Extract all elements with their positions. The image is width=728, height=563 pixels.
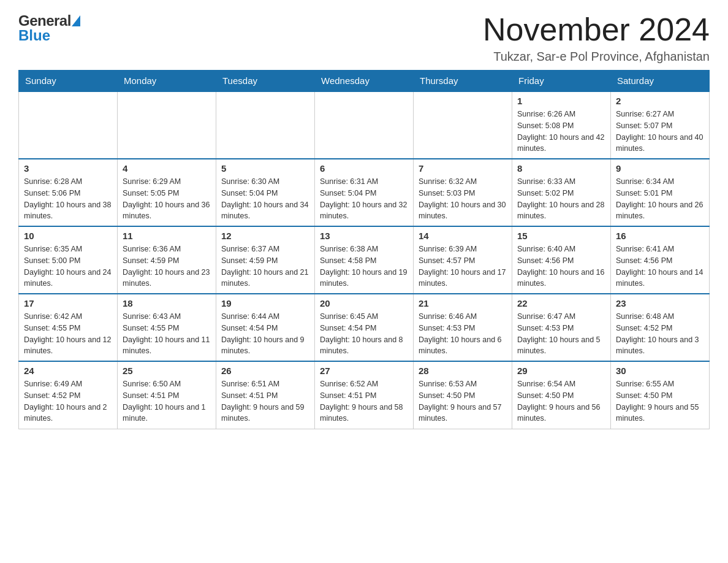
day-info: Sunrise: 6:37 AMSunset: 4:59 PMDaylight:…	[221, 243, 309, 289]
calendar-header-friday: Friday	[512, 71, 611, 92]
day-info: Sunrise: 6:33 AMSunset: 5:02 PMDaylight:…	[517, 176, 605, 222]
day-info: Sunrise: 6:43 AMSunset: 4:55 PMDaylight:…	[123, 311, 211, 357]
calendar-day-cell: 15Sunrise: 6:40 AMSunset: 4:56 PMDayligh…	[512, 226, 611, 294]
day-info: Sunrise: 6:47 AMSunset: 4:53 PMDaylight:…	[517, 311, 605, 357]
day-number: 17	[24, 298, 112, 308]
calendar-day-cell	[118, 91, 216, 159]
day-number: 26	[221, 366, 309, 376]
day-number: 20	[320, 298, 408, 308]
day-number: 6	[320, 163, 408, 174]
calendar-day-cell: 4Sunrise: 6:29 AMSunset: 5:05 PMDaylight…	[118, 159, 216, 226]
calendar-day-cell: 9Sunrise: 6:34 AMSunset: 5:01 PMDaylight…	[611, 159, 710, 226]
day-number: 1	[517, 96, 605, 106]
day-info: Sunrise: 6:28 AMSunset: 5:06 PMDaylight:…	[24, 176, 112, 222]
day-number: 27	[320, 366, 408, 376]
day-info: Sunrise: 6:45 AMSunset: 4:54 PMDaylight:…	[320, 311, 408, 357]
calendar-day-cell: 1Sunrise: 6:26 AMSunset: 5:08 PMDaylight…	[512, 91, 611, 159]
day-info: Sunrise: 6:39 AMSunset: 4:57 PMDaylight:…	[419, 243, 507, 289]
day-number: 2	[616, 96, 704, 106]
day-number: 30	[616, 366, 704, 376]
day-number: 7	[419, 163, 507, 174]
day-number: 22	[517, 298, 605, 308]
calendar-day-cell: 8Sunrise: 6:33 AMSunset: 5:02 PMDaylight…	[512, 159, 611, 226]
calendar-day-cell: 27Sunrise: 6:52 AMSunset: 4:51 PMDayligh…	[315, 361, 414, 429]
calendar-day-cell: 12Sunrise: 6:37 AMSunset: 4:59 PMDayligh…	[216, 226, 315, 294]
calendar-day-cell: 14Sunrise: 6:39 AMSunset: 4:57 PMDayligh…	[414, 226, 512, 294]
day-number: 25	[123, 366, 211, 376]
calendar-header-sunday: Sunday	[19, 71, 118, 92]
day-info: Sunrise: 6:55 AMSunset: 4:50 PMDaylight:…	[616, 378, 704, 424]
day-number: 23	[616, 298, 704, 308]
calendar-week-row: 24Sunrise: 6:49 AMSunset: 4:52 PMDayligh…	[19, 361, 710, 429]
day-number: 15	[517, 231, 605, 241]
logo: General Blue	[18, 12, 80, 44]
calendar-header-thursday: Thursday	[414, 71, 512, 92]
day-info: Sunrise: 6:32 AMSunset: 5:03 PMDaylight:…	[419, 176, 507, 222]
day-number: 16	[616, 231, 704, 241]
calendar-day-cell: 19Sunrise: 6:44 AMSunset: 4:54 PMDayligh…	[216, 294, 315, 361]
calendar-day-cell: 20Sunrise: 6:45 AMSunset: 4:54 PMDayligh…	[315, 294, 414, 361]
calendar-header-row: SundayMondayTuesdayWednesdayThursdayFrid…	[19, 71, 710, 92]
calendar-day-cell	[19, 91, 118, 159]
calendar-day-cell: 29Sunrise: 6:54 AMSunset: 4:50 PMDayligh…	[512, 361, 611, 429]
calendar-header-saturday: Saturday	[611, 71, 710, 92]
day-number: 10	[24, 231, 112, 241]
calendar-day-cell: 6Sunrise: 6:31 AMSunset: 5:04 PMDaylight…	[315, 159, 414, 226]
day-info: Sunrise: 6:49 AMSunset: 4:52 PMDaylight:…	[24, 378, 112, 424]
location-subtitle: Tukzar, Sar-e Pol Province, Afghanistan	[483, 50, 710, 64]
day-number: 5	[221, 163, 309, 174]
day-info: Sunrise: 6:42 AMSunset: 4:55 PMDaylight:…	[24, 311, 112, 357]
calendar-day-cell: 7Sunrise: 6:32 AMSunset: 5:03 PMDaylight…	[414, 159, 512, 226]
day-info: Sunrise: 6:54 AMSunset: 4:50 PMDaylight:…	[517, 378, 605, 424]
day-number: 11	[123, 231, 211, 241]
day-number: 8	[517, 163, 605, 174]
day-number: 4	[123, 163, 211, 174]
calendar-day-cell: 16Sunrise: 6:41 AMSunset: 4:56 PMDayligh…	[611, 226, 710, 294]
day-number: 14	[419, 231, 507, 241]
day-info: Sunrise: 6:46 AMSunset: 4:53 PMDaylight:…	[419, 311, 507, 357]
day-number: 24	[24, 366, 112, 376]
day-info: Sunrise: 6:40 AMSunset: 4:56 PMDaylight:…	[517, 243, 605, 289]
calendar-day-cell: 13Sunrise: 6:38 AMSunset: 4:58 PMDayligh…	[315, 226, 414, 294]
calendar-day-cell: 18Sunrise: 6:43 AMSunset: 4:55 PMDayligh…	[118, 294, 216, 361]
day-info: Sunrise: 6:35 AMSunset: 5:00 PMDaylight:…	[24, 243, 112, 289]
calendar-day-cell: 28Sunrise: 6:53 AMSunset: 4:50 PMDayligh…	[414, 361, 512, 429]
calendar-day-cell: 22Sunrise: 6:47 AMSunset: 4:53 PMDayligh…	[512, 294, 611, 361]
calendar-header-tuesday: Tuesday	[216, 71, 315, 92]
day-number: 28	[419, 366, 507, 376]
day-info: Sunrise: 6:50 AMSunset: 4:51 PMDaylight:…	[123, 378, 211, 424]
calendar-week-row: 3Sunrise: 6:28 AMSunset: 5:06 PMDaylight…	[19, 159, 710, 226]
day-number: 18	[123, 298, 211, 308]
day-info: Sunrise: 6:27 AMSunset: 5:07 PMDaylight:…	[616, 109, 704, 155]
calendar-day-cell: 21Sunrise: 6:46 AMSunset: 4:53 PMDayligh…	[414, 294, 512, 361]
day-info: Sunrise: 6:51 AMSunset: 4:51 PMDaylight:…	[221, 378, 309, 424]
calendar-day-cell: 5Sunrise: 6:30 AMSunset: 5:04 PMDaylight…	[216, 159, 315, 226]
month-year-title: November 2024	[483, 12, 710, 47]
calendar-day-cell: 24Sunrise: 6:49 AMSunset: 4:52 PMDayligh…	[19, 361, 118, 429]
calendar-week-row: 1Sunrise: 6:26 AMSunset: 5:08 PMDaylight…	[19, 91, 710, 159]
calendar-day-cell: 3Sunrise: 6:28 AMSunset: 5:06 PMDaylight…	[19, 159, 118, 226]
calendar-table: SundayMondayTuesdayWednesdayThursdayFrid…	[18, 70, 710, 429]
day-info: Sunrise: 6:38 AMSunset: 4:58 PMDaylight:…	[320, 243, 408, 289]
day-info: Sunrise: 6:34 AMSunset: 5:01 PMDaylight:…	[616, 176, 704, 222]
calendar-day-cell: 26Sunrise: 6:51 AMSunset: 4:51 PMDayligh…	[216, 361, 315, 429]
calendar-day-cell: 25Sunrise: 6:50 AMSunset: 4:51 PMDayligh…	[118, 361, 216, 429]
day-number: 12	[221, 231, 309, 241]
title-block: November 2024 Tukzar, Sar-e Pol Province…	[483, 12, 710, 64]
calendar-week-row: 17Sunrise: 6:42 AMSunset: 4:55 PMDayligh…	[19, 294, 710, 361]
calendar-day-cell	[315, 91, 414, 159]
calendar-day-cell: 11Sunrise: 6:36 AMSunset: 4:59 PMDayligh…	[118, 226, 216, 294]
logo-arrow-icon	[72, 15, 80, 26]
day-info: Sunrise: 6:48 AMSunset: 4:52 PMDaylight:…	[616, 311, 704, 357]
day-info: Sunrise: 6:31 AMSunset: 5:04 PMDaylight:…	[320, 176, 408, 222]
calendar-day-cell	[216, 91, 315, 159]
calendar-day-cell: 2Sunrise: 6:27 AMSunset: 5:07 PMDaylight…	[611, 91, 710, 159]
page-header: General Blue November 2024 Tukzar, Sar-e…	[18, 12, 710, 64]
calendar-day-cell: 23Sunrise: 6:48 AMSunset: 4:52 PMDayligh…	[611, 294, 710, 361]
calendar-day-cell: 10Sunrise: 6:35 AMSunset: 5:00 PMDayligh…	[19, 226, 118, 294]
calendar-header-monday: Monday	[118, 71, 216, 92]
day-info: Sunrise: 6:53 AMSunset: 4:50 PMDaylight:…	[419, 378, 507, 424]
day-number: 3	[24, 163, 112, 174]
day-info: Sunrise: 6:26 AMSunset: 5:08 PMDaylight:…	[517, 109, 605, 155]
logo-blue-text: Blue	[18, 27, 50, 44]
